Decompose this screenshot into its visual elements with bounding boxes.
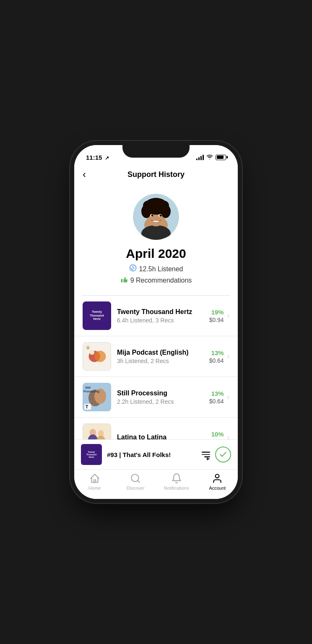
svg-point-38 [216,474,219,478]
recs-stat: 9 Recommendations [120,275,192,285]
podcast-art-tth: TwentyThousandHertz [83,301,111,330]
bottom-nav: Home Discover Notifications [74,469,238,499]
svg-point-18 [94,351,106,362]
chevron-icon-still: › [227,393,229,401]
np-controls: ▶ [202,447,231,462]
home-icon [89,473,100,484]
clock-icon [129,264,137,274]
chevron-icon-latina: › [227,434,229,439]
podcast-stats-latina: 10% $0.50 [209,431,224,440]
podcast-percent-tth: 19% [211,309,224,316]
podcast-meta-still: 2.2h Listened, 2 Recs [117,398,209,405]
signal-icon [196,154,204,160]
podcast-amount-mija: $0.64 [209,357,224,364]
podcast-stats-mija: 13% $0.64 [209,349,224,364]
nav-item-notifications[interactable]: Notifications [156,473,197,491]
header: ‹ Support History [74,164,238,185]
search-icon [130,473,141,484]
nav-label-home: Home [88,486,101,491]
thumbsup-icon [120,275,128,285]
svg-text:Processing: Processing [83,390,99,393]
nav-label-notifications: Notifications [164,486,189,491]
stats-row: 12.5h Listened 9 Recommendations [120,264,192,285]
svg-point-19 [90,350,95,355]
podcast-name-mija: Mija Podcast (English) [117,349,209,356]
podcast-info-mija: Mija Podcast (English) 3h Listened, 2 Re… [117,349,209,364]
nav-label-account: Account [209,486,226,491]
svg-point-14 [160,215,162,217]
podcast-name-still: Still Processing [117,390,209,397]
podcast-item-mija[interactable]: ✿ Mija Podcast (English) 3h Listened, 2 … [74,336,238,377]
wifi-icon [206,155,213,160]
nav-item-discover[interactable]: Discover [115,473,156,491]
podcast-amount-still: $0.64 [209,398,224,405]
chevron-icon-mija: › [227,353,229,360]
nav-item-account[interactable]: Account [197,473,238,491]
battery-icon [216,155,226,160]
podcast-percent-still: 13% [211,390,224,397]
podcast-meta-mija: 3h Listened, 2 Recs [117,358,209,364]
podcast-info-tth: Twenty Thousand Hertz 6.4h Listened, 3 R… [117,308,209,324]
podcast-meta-tth: 6.4h Listened, 3 Recs [117,317,209,324]
svg-line-37 [138,480,140,483]
avatar [133,194,179,240]
podcast-amount-tth: $0.94 [209,317,224,323]
notch [122,145,190,158]
podcast-info-latina: Latina to Latina [117,434,209,440]
podcast-art-mija: ✿ [83,342,111,371]
nav-item-home[interactable]: Home [74,473,115,491]
podcast-name-latina: Latina to Latina [117,434,209,440]
podcast-list: TwentyThousandHertz Twenty Thousand Hert… [74,296,238,439]
status-icons [196,154,226,160]
podcast-info-still: Still Processing 2.2h Listened, 2 Recs [117,390,209,405]
np-art: TwentyThousandHertz [81,444,102,465]
status-bar: 11:15 ↗ [74,145,238,164]
podcast-item-latina[interactable]: LATINA — TO LATINA Latina to Latina 10% … [74,418,238,439]
person-icon [212,473,223,484]
svg-text:✿: ✿ [87,347,89,350]
svg-text:T: T [86,405,88,409]
page-title: Support History [127,170,185,179]
svg-point-13 [151,215,153,217]
podcast-art-still: T Still Processing [83,383,111,411]
now-playing-bar: TwentyThousandHertz #93 | That's All Fol… [74,439,238,469]
nav-label-discover: Discover [127,486,145,491]
chevron-icon-tth: › [227,312,229,319]
profile-section: April 2020 12.5h Listened [74,185,238,295]
app-content: ‹ Support History [74,164,238,499]
podcast-item-still[interactable]: T Still Processing Still Processing 2.2h… [74,377,238,418]
podcast-art-latina: LATINA — TO LATINA [83,423,111,439]
phone-frame: 11:15 ↗ ‹ Support History [74,145,238,499]
podcast-item-tth[interactable]: TwentyThousandHertz Twenty Thousand Hert… [74,296,238,336]
back-button[interactable]: ‹ [83,169,86,180]
recs-text: 9 Recommendations [130,277,192,284]
podcast-stats-still: 13% $0.64 [209,390,224,405]
podcast-percent-mija: 13% [211,349,224,356]
svg-text:Still: Still [85,386,91,389]
listened-stat: 12.5h Listened [129,264,183,274]
listened-text: 12.5h Listened [139,265,183,273]
podcast-name-tth: Twenty Thousand Hertz [117,308,209,316]
bell-icon [171,473,182,484]
status-time: 11:15 ↗ [86,154,109,161]
svg-point-10 [148,198,164,208]
podcast-percent-latina: 10% [211,431,224,438]
month-title: April 2020 [126,247,186,261]
queue-icon[interactable]: ▶ [202,452,210,457]
np-title: #93 | That's All Folks! [107,451,197,458]
podcast-stats-tth: 19% $0.94 [209,309,224,323]
mark-played-button[interactable] [215,447,231,462]
